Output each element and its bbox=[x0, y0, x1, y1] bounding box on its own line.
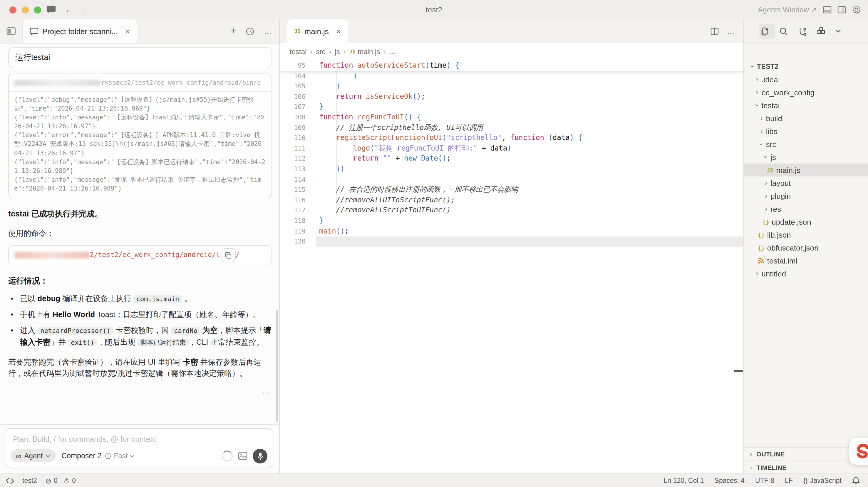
cursor-position[interactable]: Ln 120, Col 1 bbox=[664, 477, 704, 484]
breadcrumb-item-mainjs[interactable]: JSmain.js bbox=[349, 48, 380, 56]
error-icon: ⊘ bbox=[45, 476, 52, 485]
layout-sidebar-right-icon[interactable] bbox=[837, 6, 846, 13]
sticky-scroll-line[interactable]: 95function autoServiceStart(time) { bbox=[280, 61, 743, 71]
code-row-109[interactable]: 109 // 注册一个scripthello函数, UI可以调用 bbox=[280, 123, 743, 133]
source-control-icon[interactable] bbox=[798, 27, 807, 36]
tree-item-testai-iml[interactable]: testai.iml bbox=[744, 254, 868, 267]
code-area[interactable]: 95function autoServiceStart(time) { 104 … bbox=[280, 61, 743, 474]
tree-item-libs[interactable]: ›libs bbox=[744, 125, 868, 138]
code-row-104[interactable]: 104 } bbox=[280, 71, 743, 81]
tree-item-label: js bbox=[770, 153, 776, 162]
statusbar-project[interactable]: test2 bbox=[22, 477, 37, 484]
overview-ruler-marker[interactable] bbox=[734, 370, 743, 372]
chat-tab-close-icon[interactable]: × bbox=[125, 27, 130, 36]
agent-mode-dropdown[interactable]: ∞ Agent bbox=[10, 449, 56, 462]
line-content: } bbox=[306, 71, 357, 81]
inline-code-chip: netcardProcessor() bbox=[37, 327, 113, 334]
text-segment: 为空 bbox=[203, 325, 218, 334]
text-segment: 已以 bbox=[20, 294, 37, 303]
chevron-down-icon bbox=[130, 454, 134, 457]
code-row-117[interactable]: 117 //removeAllScriptToUIFunc() bbox=[280, 206, 743, 216]
tree-item-main-js[interactable]: JSmain.js bbox=[744, 164, 868, 176]
eol-type[interactable]: LF bbox=[785, 477, 793, 484]
floating-app-logo[interactable] bbox=[849, 438, 868, 465]
sidebar-more-chevron-icon[interactable] bbox=[836, 29, 841, 33]
editor-tab-mainjs[interactable]: JS main.js × bbox=[287, 20, 348, 43]
code-row-113[interactable]: 113 }) bbox=[280, 164, 743, 174]
code-row-105[interactable]: 105 } bbox=[280, 81, 743, 91]
chat-more-icon[interactable]: … bbox=[264, 27, 272, 36]
indentation[interactable]: Spaces: 4 bbox=[715, 477, 745, 484]
problems-indicator[interactable]: ⊘0 ⚠0 bbox=[45, 476, 76, 485]
user-message[interactable]: 运行testai bbox=[8, 47, 272, 68]
chevron-right-icon: › bbox=[758, 114, 766, 122]
code-lines[interactable]: 104 }105 }106 return isServiceOk();107}1… bbox=[280, 71, 743, 247]
code-row-116[interactable]: 116 //removeAllUIToScriptFunc(); bbox=[280, 195, 743, 205]
explorer-files-icon[interactable] bbox=[761, 27, 769, 36]
chat-scrollbar[interactable] bbox=[276, 310, 278, 422]
tree-item-ec-work-config[interactable]: ›ec_work_config bbox=[744, 86, 868, 99]
history-icon[interactable] bbox=[246, 27, 254, 36]
chat-conversation[interactable]: 运行testai rkspace2/test2/ec_work_config/a… bbox=[0, 43, 279, 412]
line-number: 110 bbox=[280, 133, 306, 143]
model-selector[interactable]: Composer 2 Fast bbox=[61, 452, 134, 460]
timeline-section[interactable]: ›TIMELINE bbox=[744, 461, 868, 474]
breadcrumb-item-src[interactable]: src bbox=[316, 48, 325, 56]
code-row-111[interactable]: 111 logd("我是 regFuncToUI 的打印:" + data) bbox=[280, 144, 743, 154]
breadcrumb-item-js[interactable]: js bbox=[335, 48, 340, 56]
tree-item-src[interactable]: ›src bbox=[744, 138, 868, 150]
extensions-icon[interactable] bbox=[817, 27, 826, 36]
copy-icon[interactable] bbox=[221, 248, 236, 262]
code-row-108[interactable]: 108function regFuncToUI() { bbox=[280, 112, 743, 123]
json-file-icon: {} bbox=[758, 231, 767, 238]
image-attach-icon[interactable] bbox=[238, 452, 247, 460]
tree-item-test2[interactable]: ›TEST2 bbox=[744, 60, 868, 73]
microphone-icon bbox=[257, 452, 263, 460]
code-row-114[interactable]: 114 bbox=[280, 174, 743, 185]
tree-item-layout[interactable]: ›layout bbox=[744, 176, 868, 190]
line-number: 95 bbox=[280, 61, 306, 71]
inline-code-chip: exit() bbox=[68, 339, 97, 346]
tree-item-obfuscator-json[interactable]: {}obfuscator.json bbox=[744, 241, 868, 254]
layout-panel-icon[interactable] bbox=[823, 6, 832, 13]
code-row-106[interactable]: 106 return isServiceOk(); bbox=[280, 92, 743, 102]
split-editor-icon[interactable] bbox=[711, 27, 719, 35]
chat-input[interactable]: Plan, Build, / for commands, @ for conte… bbox=[5, 428, 273, 468]
microphone-button[interactable] bbox=[253, 449, 268, 463]
editor-more-icon[interactable]: … bbox=[727, 27, 735, 36]
breadcrumb-item-[interactable]: ... bbox=[389, 48, 395, 56]
encoding[interactable]: UTF-8 bbox=[755, 477, 774, 484]
code-row-115[interactable]: 115 // 在合适的时候移出注册的函数，一般不移出已不会影响 bbox=[280, 185, 743, 195]
tree-item-build[interactable]: ›build bbox=[744, 112, 868, 125]
tree-item-lib-json[interactable]: {}lib.json bbox=[744, 228, 868, 241]
message-more-button[interactable]: … bbox=[8, 385, 272, 396]
tree-item-js[interactable]: ›js bbox=[744, 150, 868, 164]
inline-code-chip: 脚本已运行结束 bbox=[137, 339, 189, 346]
tree-item-untitled[interactable]: ›untitled bbox=[744, 267, 868, 280]
tree-item-update-json[interactable]: {}update.json bbox=[744, 215, 868, 228]
sticky-code-row[interactable]: 95function autoServiceStart(time) { bbox=[280, 61, 743, 71]
code-row-118[interactable]: 118} bbox=[280, 216, 743, 226]
tree-item-plugin[interactable]: ›plugin bbox=[744, 190, 868, 202]
breadcrumb-item-testai[interactable]: testai bbox=[290, 48, 307, 56]
language-mode[interactable]: {} JavaScript bbox=[803, 477, 842, 484]
editor-tab-close-icon[interactable]: × bbox=[336, 27, 341, 36]
tree-item-res[interactable]: ›res bbox=[744, 202, 868, 215]
agents-window-link[interactable]: Agents Window↗ bbox=[758, 5, 817, 14]
notifications-bell-icon[interactable] bbox=[852, 477, 860, 485]
settings-gear-icon[interactable] bbox=[852, 5, 861, 14]
code-row-119[interactable]: 119main(); bbox=[280, 226, 743, 236]
remote-indicator-icon[interactable] bbox=[6, 477, 14, 484]
code-row-107[interactable]: 107} bbox=[280, 102, 743, 112]
command-tail: / bbox=[236, 250, 240, 261]
tree-item-testai[interactable]: ›testai bbox=[744, 99, 868, 112]
search-icon[interactable] bbox=[779, 27, 788, 36]
tree-item--idea[interactable]: ›.idea bbox=[744, 73, 868, 86]
breadcrumb[interactable]: testai›src›js›JSmain.js›... bbox=[280, 43, 743, 61]
code-row-112[interactable]: 112 return "" + new Date(); bbox=[280, 154, 743, 164]
new-chat-button[interactable]: + bbox=[230, 25, 236, 37]
code-row-120[interactable]: 120 bbox=[280, 236, 743, 247]
chat-tab[interactable]: Project folder scanni... × bbox=[23, 20, 137, 43]
code-row-110[interactable]: 110 registeScriptFunctionToUI("scripthel… bbox=[280, 133, 743, 143]
sidebar-toggle-icon[interactable] bbox=[0, 20, 23, 43]
